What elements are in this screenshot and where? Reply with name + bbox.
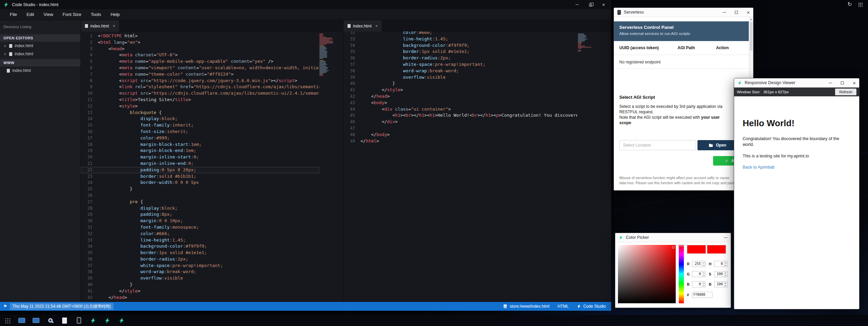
code-line: 23 border:solid #b1b1b1; bbox=[81, 173, 319, 180]
code-studio-icon[interactable] bbox=[118, 317, 126, 325]
minimize-icon[interactable] bbox=[575, 4, 579, 5]
line-number: 33 bbox=[343, 36, 360, 42]
sidebar-section-www[interactable]: WWW bbox=[0, 59, 81, 66]
search-icon[interactable] bbox=[46, 317, 54, 325]
maximize-icon[interactable] bbox=[841, 81, 844, 84]
color-field-input[interactable]: 255 bbox=[692, 261, 706, 267]
statusbar-language[interactable]: HTML bbox=[557, 304, 569, 309]
tab-index-html[interactable]: index.html× bbox=[343, 20, 382, 32]
stepper[interactable] bbox=[724, 282, 727, 287]
hue-slider-handle[interactable] bbox=[678, 245, 684, 246]
step-up-icon[interactable] bbox=[702, 261, 705, 264]
minimap-line bbox=[319, 68, 328, 69]
menu-view[interactable]: View bbox=[39, 11, 57, 18]
stepper[interactable] bbox=[724, 271, 727, 277]
sidebar-file-item[interactable]: ×index.html bbox=[0, 50, 81, 58]
scrollbar-thumb[interactable] bbox=[750, 22, 752, 51]
step-up-icon[interactable] bbox=[702, 282, 705, 284]
line-number: 19 bbox=[81, 148, 98, 154]
sidebar-file-item[interactable]: index.html bbox=[0, 66, 81, 75]
minimize-icon[interactable] bbox=[723, 12, 726, 13]
select-location-input[interactable] bbox=[619, 140, 696, 150]
step-down-icon[interactable] bbox=[702, 274, 705, 277]
back-to-aprintlab-link[interactable]: Back to Aprintlab bbox=[743, 165, 852, 170]
responsive-viewer-titlebar[interactable]: Responsive Design Viewer × bbox=[734, 78, 859, 88]
code-editor[interactable]: 1<!DOCTYPE html>2<html lang="en">3 <head… bbox=[81, 32, 343, 302]
stepper[interactable] bbox=[702, 271, 705, 277]
refresh-button[interactable]: Refresh bbox=[835, 89, 856, 95]
close-icon[interactable]: × bbox=[602, 2, 605, 7]
statusbar-file-path[interactable]: store:/www/index.html bbox=[503, 304, 549, 309]
step-down-icon[interactable] bbox=[702, 264, 705, 267]
restore-icon[interactable] bbox=[589, 4, 592, 6]
close-icon[interactable]: × bbox=[853, 80, 856, 85]
minimap-line bbox=[578, 37, 586, 37]
hue-slider[interactable] bbox=[679, 245, 684, 303]
menu-font-size[interactable]: Font Size bbox=[58, 11, 86, 18]
app-launcher-icon[interactable] bbox=[3, 317, 12, 325]
saturation-value-picker[interactable] bbox=[618, 245, 676, 303]
step-down-icon[interactable] bbox=[724, 274, 727, 277]
phone-icon[interactable] bbox=[75, 317, 83, 325]
step-up-icon[interactable] bbox=[724, 261, 727, 264]
step-up-icon[interactable] bbox=[724, 282, 727, 284]
code-text: <div class="ui container"> bbox=[360, 106, 451, 113]
menu-tools[interactable]: Tools bbox=[86, 11, 105, 18]
window-icon[interactable] bbox=[32, 317, 40, 325]
reload-icon[interactable]: ↻ bbox=[848, 2, 852, 7]
color-picker-titlebar[interactable]: Color Picker bbox=[615, 233, 731, 242]
minimap-line bbox=[319, 35, 323, 35]
color-field-input[interactable]: 100 bbox=[714, 271, 728, 277]
minimap-line bbox=[578, 41, 585, 41]
step-down-icon[interactable] bbox=[702, 284, 705, 287]
line-number: 42 bbox=[343, 93, 360, 100]
close-file-icon[interactable]: × bbox=[3, 43, 7, 49]
stepper[interactable] bbox=[724, 261, 727, 267]
color-cursor[interactable] bbox=[672, 246, 675, 249]
close-tab-icon[interactable]: × bbox=[375, 23, 378, 28]
step-up-icon[interactable] bbox=[702, 271, 705, 274]
color-field-value: 100 bbox=[714, 282, 724, 287]
line-number: 47 bbox=[343, 125, 360, 132]
close-tab-icon[interactable]: × bbox=[113, 23, 116, 28]
color-field-input[interactable]: 0 bbox=[692, 271, 706, 277]
menu-help[interactable]: Help bbox=[106, 11, 124, 18]
close-icon[interactable]: × bbox=[747, 10, 750, 15]
minimize-icon[interactable] bbox=[724, 237, 727, 238]
line-number: 4 bbox=[81, 52, 98, 58]
menu-edit[interactable]: Edit bbox=[22, 11, 38, 18]
code-studio-icon[interactable] bbox=[89, 317, 97, 325]
step-down-icon[interactable] bbox=[724, 284, 727, 287]
window-icon[interactable] bbox=[18, 317, 26, 325]
color-field-input[interactable]: 0 bbox=[692, 281, 706, 287]
serverless-titlebar[interactable]: Serverless × bbox=[614, 8, 753, 17]
menu-file[interactable]: File bbox=[5, 11, 21, 18]
close-file-icon[interactable]: × bbox=[3, 52, 7, 57]
sidebar-section-open-editors[interactable]: OPEN EDITORS bbox=[0, 34, 81, 42]
step-up-icon[interactable] bbox=[724, 271, 727, 274]
code-line: 20 margin-inline-start:0; bbox=[81, 154, 319, 160]
hex-input[interactable]: ff0000 bbox=[692, 292, 712, 298]
minimap[interactable] bbox=[319, 34, 334, 76]
step-down-icon[interactable] bbox=[724, 264, 727, 267]
code-studio-titlebar[interactable]: Code Studio - index.html × bbox=[0, 0, 611, 9]
file-icon bbox=[7, 69, 10, 73]
maximize-icon[interactable] bbox=[735, 11, 738, 14]
document-icon[interactable] bbox=[60, 317, 69, 325]
line-number: 15 bbox=[81, 122, 98, 129]
scroll-up-icon[interactable] bbox=[749, 17, 753, 21]
minimap[interactable] bbox=[578, 34, 592, 52]
stepper[interactable] bbox=[702, 282, 705, 287]
apps-grid-icon[interactable] bbox=[858, 2, 863, 7]
tab-index-html[interactable]: index.html× bbox=[81, 20, 120, 32]
color-field-input[interactable]: 0 bbox=[714, 261, 728, 267]
color-field-input[interactable]: 100 bbox=[714, 281, 728, 287]
minimize-icon[interactable] bbox=[829, 83, 832, 83]
code-editor[interactable]: 32 color:#666;33 line-height:1.45;34 bac… bbox=[343, 32, 611, 302]
stepper[interactable] bbox=[702, 261, 705, 267]
open-button[interactable]: Open bbox=[697, 140, 738, 150]
statusbar-app-name[interactable]: Code Studio bbox=[577, 304, 606, 309]
line-number: 38 bbox=[81, 269, 98, 275]
sidebar-file-item[interactable]: ×index.html bbox=[0, 42, 81, 50]
code-studio-icon[interactable] bbox=[103, 317, 111, 325]
